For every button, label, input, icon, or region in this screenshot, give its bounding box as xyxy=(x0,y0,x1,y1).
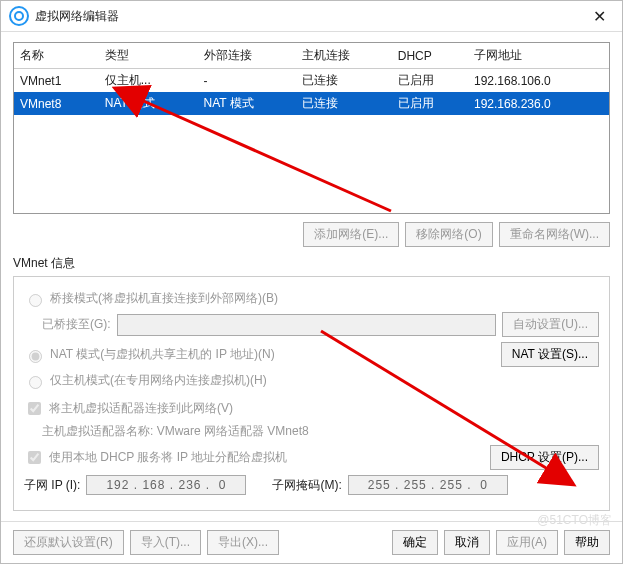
export-button[interactable]: 导出(X)... xyxy=(207,530,279,555)
column-header[interactable]: 类型 xyxy=(99,43,198,69)
column-header[interactable]: DHCP xyxy=(392,43,468,69)
table-row[interactable]: VMnet1仅主机...-已连接已启用192.168.106.0 xyxy=(14,69,609,93)
window-title: 虚拟网络编辑器 xyxy=(35,8,585,25)
use-dhcp-checkbox xyxy=(28,451,41,464)
apply-button[interactable]: 应用(A) xyxy=(496,530,558,555)
bridge-to-label: 已桥接至(G): xyxy=(42,316,111,333)
table-row[interactable]: VMnet8NAT 模式NAT 模式已连接已启用192.168.236.0 xyxy=(14,92,609,115)
subnet-ip-label: 子网 IP (I): xyxy=(24,477,80,494)
adapter-name-label: 主机虚拟适配器名称: VMware 网络适配器 VMnet8 xyxy=(42,423,599,440)
bridge-to-combo xyxy=(117,314,497,336)
cancel-button[interactable]: 取消 xyxy=(444,530,490,555)
subnet-mask-label: 子网掩码(M): xyxy=(272,477,341,494)
ok-button[interactable]: 确定 xyxy=(392,530,438,555)
nat-radio xyxy=(29,350,42,363)
column-header[interactable]: 主机连接 xyxy=(296,43,391,69)
dhcp-settings-button[interactable]: DHCP 设置(P)... xyxy=(490,445,599,470)
column-header[interactable]: 外部连接 xyxy=(198,43,297,69)
remove-network-button[interactable]: 移除网络(O) xyxy=(405,222,492,247)
close-icon[interactable]: ✕ xyxy=(585,7,614,26)
subnet-mask-input xyxy=(348,475,508,495)
auto-settings-button[interactable]: 自动设置(U)... xyxy=(502,312,599,337)
watermark: @51CTO博客 xyxy=(537,512,612,529)
vmnet-info-label: VMnet 信息 xyxy=(13,255,610,272)
rename-network-button[interactable]: 重命名网络(W)... xyxy=(499,222,610,247)
app-icon xyxy=(9,6,29,26)
connect-host-checkbox xyxy=(28,402,41,415)
column-header[interactable]: 名称 xyxy=(14,43,99,69)
column-header[interactable]: 子网地址 xyxy=(468,43,609,69)
restore-defaults-button[interactable]: 还原默认设置(R) xyxy=(13,530,124,555)
nat-settings-button[interactable]: NAT 设置(S)... xyxy=(501,342,599,367)
subnet-ip-input xyxy=(86,475,246,495)
add-network-button[interactable]: 添加网络(E)... xyxy=(303,222,399,247)
network-table[interactable]: 名称类型外部连接主机连接DHCP子网地址 VMnet1仅主机...-已连接已启用… xyxy=(13,42,610,214)
import-button[interactable]: 导入(T)... xyxy=(130,530,201,555)
bridge-radio xyxy=(29,294,42,307)
hostonly-radio xyxy=(29,376,42,389)
help-button[interactable]: 帮助 xyxy=(564,530,610,555)
